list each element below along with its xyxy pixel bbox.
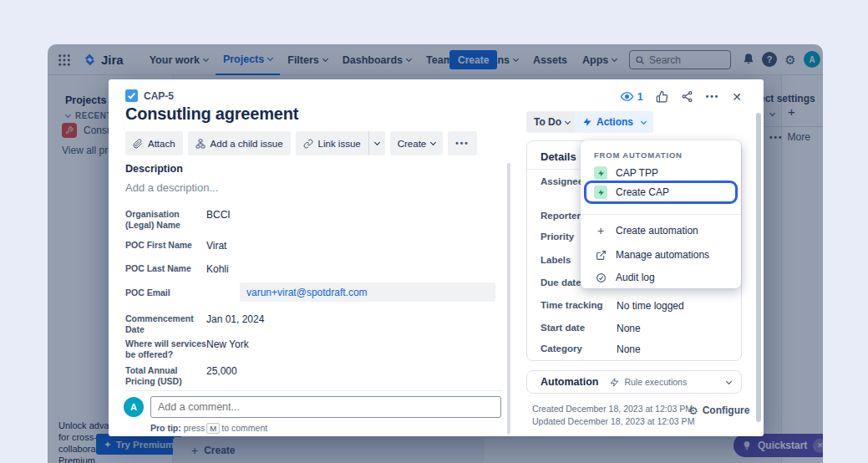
share-button[interactable] — [681, 90, 693, 103]
automation-panel[interactable]: Automation Rule executions — [526, 370, 742, 394]
details-value[interactable]: None — [617, 323, 641, 334]
comment-avatar: A — [124, 397, 144, 417]
menu-item-create-cap-selected[interactable]: Create CAP — [584, 181, 738, 204]
link-issue-dropdown-button[interactable] — [368, 131, 385, 155]
create-dropdown-button[interactable]: Create — [390, 131, 444, 155]
plus-icon: + — [594, 224, 607, 237]
menu-item-manage-automations[interactable]: Manage automations — [581, 244, 741, 266]
comment-protip: Pro tip: pressMto comment — [150, 423, 267, 434]
details-label: Due date — [541, 277, 581, 287]
chevron-down-icon — [641, 118, 647, 124]
thumbs-up-icon — [656, 90, 668, 103]
issue-title[interactable]: Consutling agreement — [125, 104, 501, 124]
menu-section-heading: FROM AUTOMATION — [594, 150, 683, 160]
toolbar-more-button[interactable]: ••• — [448, 131, 477, 155]
lightning-icon — [582, 117, 592, 127]
menu-divider — [581, 214, 741, 215]
audit-log-icon — [594, 272, 607, 283]
automation-heading: Automation — [541, 376, 598, 388]
automation-subtitle: Rule executions — [624, 377, 687, 387]
field-row[interactable]: Where will services be offered? New York — [125, 338, 503, 360]
section-divider — [125, 390, 503, 391]
link-icon — [303, 139, 313, 149]
details-label: Start date — [541, 323, 585, 333]
close-modal-button[interactable]: ✕ — [732, 90, 742, 104]
menu-item-audit-log[interactable]: Audit log — [581, 267, 741, 288]
details-heading[interactable]: Details — [541, 150, 576, 163]
issue-modal: CAP-5 1 ••• ✕ Consutling agreement Attac… — [109, 79, 764, 436]
created-timestamp: Created December 18, 2023 at 12:03 PM — [532, 404, 693, 414]
configure-button[interactable]: ⚙ Configure — [688, 404, 749, 416]
description-placeholder[interactable]: Add a description... — [125, 181, 218, 194]
chevron-down-icon — [565, 118, 571, 124]
external-link-icon — [594, 250, 607, 261]
automation-rule-icon — [594, 186, 607, 199]
chevron-down-icon[interactable] — [726, 378, 732, 384]
like-button[interactable] — [656, 90, 668, 103]
attach-button[interactable]: Attach — [125, 131, 183, 155]
automation-rule-icon — [594, 166, 607, 180]
description-heading: Description — [125, 163, 183, 175]
more-actions-button[interactable]: ••• — [706, 92, 720, 101]
ellipsis-icon: ••• — [455, 139, 470, 148]
gear-icon: ⚙ — [688, 405, 698, 416]
watch-count: 1 — [637, 91, 643, 103]
comment-input[interactable] — [150, 396, 501, 418]
updated-timestamp: Updated December 18, 2023 at 12:03 PM — [532, 416, 694, 426]
link-issue-button[interactable]: Link issue — [296, 131, 368, 155]
field-row[interactable]: POC Last Name Kohli — [125, 263, 503, 278]
add-child-issue-button[interactable]: Add a child issue — [188, 131, 291, 155]
share-icon — [681, 90, 693, 103]
child-issue-icon — [195, 139, 206, 149]
details-label: Category — [541, 343, 582, 354]
keyboard-key-m: M — [206, 423, 220, 434]
issue-toolbar: Attach Add a child issue Link issue Crea… — [125, 131, 477, 155]
field-row[interactable]: Commencement Date Jan 01, 2024 — [125, 313, 503, 335]
chevron-down-icon — [374, 140, 380, 145]
paperclip-icon — [133, 139, 143, 149]
menu-item-create-automation[interactable]: + Create automation — [581, 220, 741, 242]
email-field-value[interactable]: varun+virat@spotdraft.com — [240, 282, 495, 302]
actions-dropdown-button[interactable]: Actions — [575, 111, 653, 133]
email-link[interactable]: varun+virat@spotdraft.com — [246, 287, 368, 298]
status-dropdown-button[interactable]: To Do — [526, 111, 577, 133]
actions-menu: FROM AUTOMATION CAP TPP Create CAP + Cre… — [581, 140, 741, 288]
breadcrumb-issue-key[interactable]: CAP-5 — [125, 89, 174, 102]
details-label: Priority — [541, 232, 574, 242]
field-row[interactable]: Organisation (Legal) Name BCCI — [125, 209, 503, 231]
left-column-scrollbar[interactable] — [507, 163, 510, 435]
details-label: Time tracking — [541, 300, 603, 310]
eye-icon — [620, 89, 634, 104]
jira-window: Jira Your work Projects Filters Dashboar… — [48, 44, 823, 463]
modal-scrollbar[interactable] — [756, 113, 761, 422]
details-value[interactable]: None — [617, 343, 641, 355]
task-type-icon — [125, 89, 138, 102]
watchers-button[interactable]: 1 — [620, 89, 643, 104]
details-value[interactable]: No time logged — [617, 300, 684, 312]
field-row[interactable]: POC First Name Virat — [125, 240, 503, 255]
field-row[interactable]: Total Annual Pricing (USD) 25,000 — [125, 365, 503, 387]
details-label: Reporter — [541, 211, 581, 221]
lightning-icon — [610, 378, 619, 387]
details-label: Labels — [541, 255, 571, 265]
chevron-down-icon — [430, 140, 436, 145]
details-label: Assignee — [541, 176, 583, 186]
